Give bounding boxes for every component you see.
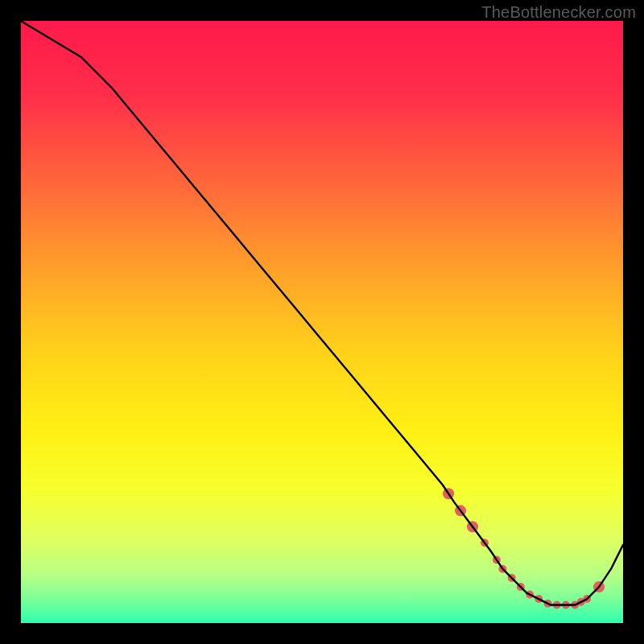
plot-area [21, 21, 623, 623]
chart-stage: TheBottlenecker.com [0, 0, 644, 644]
gradient-background [21, 21, 623, 623]
watermark-text: TheBottlenecker.com [481, 3, 636, 22]
chart-svg [21, 21, 623, 623]
